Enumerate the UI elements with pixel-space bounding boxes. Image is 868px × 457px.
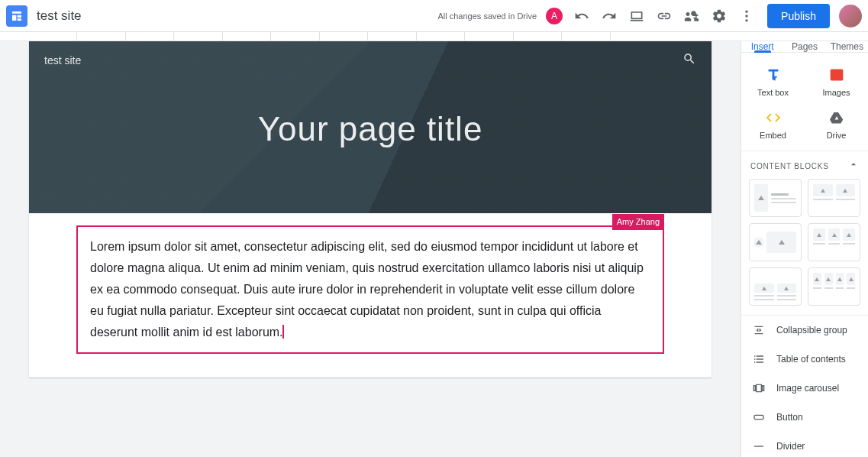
carousel-icon <box>752 381 766 395</box>
publish-button[interactable]: Publish <box>767 4 830 28</box>
content-blocks-title: CONTENT BLOCKS <box>750 162 829 170</box>
insert-embed-label: Embed <box>760 131 786 140</box>
toc-icon <box>752 352 766 366</box>
layout-block-5[interactable] <box>749 267 802 306</box>
insert-images[interactable]: Images <box>805 59 868 102</box>
insert-embed[interactable]: Embed <box>741 102 805 144</box>
svg-point-2 <box>745 19 747 21</box>
layout-block-4[interactable] <box>808 223 860 261</box>
drive-icon <box>828 109 845 126</box>
divider-icon <box>752 439 766 453</box>
more-button[interactable] <box>735 5 758 28</box>
images-icon <box>828 66 845 83</box>
svg-rect-5 <box>754 446 763 446</box>
insert-button[interactable]: Button <box>741 403 868 432</box>
page: test site Your page title Amy Zhang Lore… <box>29 41 712 378</box>
collapsible-icon <box>752 323 766 337</box>
text-block-editing[interactable]: Amy Zhang Lorem ipsum dolor sit amet, co… <box>76 225 664 354</box>
link-button[interactable] <box>653 5 676 28</box>
tab-pages[interactable]: Pages <box>783 41 825 52</box>
chevron-up-icon <box>848 159 859 173</box>
text-cursor-icon <box>282 325 284 339</box>
insert-image-carousel[interactable]: Image carousel <box>741 374 868 403</box>
layout-block-1[interactable] <box>749 179 802 217</box>
insert-divider-label: Divider <box>776 441 805 452</box>
insert-text-box[interactable]: Text box <box>741 59 805 102</box>
hero-site-title[interactable]: test site <box>44 54 81 66</box>
canvas-area[interactable]: test site Your page title Amy Zhang Lore… <box>0 41 741 457</box>
embed-icon <box>765 109 782 126</box>
top-toolbar: test site All changes saved in Drive A P… <box>0 0 868 32</box>
undo-button[interactable] <box>570 5 593 28</box>
svg-rect-4 <box>754 415 763 419</box>
save-status: All changes saved in Drive <box>437 11 537 21</box>
tab-themes[interactable]: Themes <box>826 41 868 52</box>
insert-text-box-label: Text box <box>757 88 789 97</box>
sites-logo-icon[interactable] <box>6 5 27 27</box>
right-sidebar: Insert Pages Themes Text box Images Embe… <box>741 41 868 457</box>
insert-toc-label: Table of contents <box>776 354 846 365</box>
content-blocks-header[interactable]: CONTENT BLOCKS <box>741 151 868 179</box>
text-box-icon <box>765 66 782 83</box>
button-icon <box>752 410 766 424</box>
svg-point-1 <box>745 15 747 17</box>
page-title[interactable]: Your page title <box>29 110 712 148</box>
redo-button[interactable] <box>598 5 621 28</box>
account-avatar[interactable] <box>839 5 862 28</box>
share-button[interactable] <box>680 5 703 28</box>
preview-button[interactable] <box>625 5 648 28</box>
section-divider <box>29 377 712 378</box>
insert-collapsible-label: Collapsible group <box>776 325 847 335</box>
document-title[interactable]: test site <box>37 8 82 24</box>
insert-drive[interactable]: Drive <box>805 102 868 144</box>
insert-table-of-contents[interactable]: Table of contents <box>741 345 868 374</box>
insert-button-label: Button <box>776 412 803 423</box>
tab-insert[interactable]: Insert <box>741 41 783 52</box>
layout-block-2[interactable] <box>808 179 860 217</box>
column-ruler <box>0 32 868 41</box>
collaborator-label: Amy Zhang <box>612 214 664 230</box>
body-text[interactable]: Lorem ipsum dolor sit amet, consectetur … <box>90 240 644 339</box>
collaborator-avatar[interactable]: A <box>546 8 563 24</box>
hero-section[interactable]: test site Your page title <box>29 41 712 213</box>
insert-drive-label: Drive <box>827 131 847 140</box>
insert-collapsible-group[interactable]: Collapsible group <box>741 316 868 345</box>
svg-point-0 <box>745 10 747 12</box>
layout-block-6[interactable] <box>808 267 860 306</box>
insert-divider[interactable]: Divider <box>741 432 868 457</box>
layout-block-3[interactable] <box>749 223 802 261</box>
settings-button[interactable] <box>708 5 731 28</box>
insert-carousel-label: Image carousel <box>776 383 839 394</box>
insert-images-label: Images <box>822 88 850 97</box>
search-icon[interactable] <box>682 52 696 69</box>
